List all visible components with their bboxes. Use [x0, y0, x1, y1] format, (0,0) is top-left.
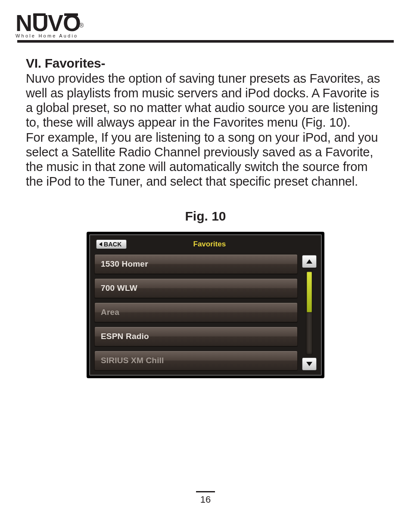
screen-title: Favorites	[132, 240, 287, 249]
section-heading: VI. Favorites-	[26, 56, 105, 70]
scroll-up-button[interactable]	[302, 255, 317, 268]
list-item[interactable]: ESPN Radio	[94, 327, 298, 346]
back-button-label: BACK	[104, 241, 122, 248]
list-item[interactable]: 700 WLW	[94, 278, 298, 298]
paragraph-2: For example, If you are listening to a s…	[26, 130, 385, 189]
triangle-down-icon	[306, 362, 312, 366]
title-bar: BACK Favorites	[94, 235, 317, 252]
brand-logo: N U V O ® Whole Home Audio	[16, 12, 394, 38]
brand-wordmark: N U V O ®	[16, 12, 394, 34]
device-screen: BACK Favorites 1530 Homer700 WLWAreaESPN…	[87, 232, 324, 378]
logo-letter-n: N	[16, 12, 32, 34]
favorites-list: 1530 Homer700 WLWAreaESPN RadioSIRIUS XM…	[94, 254, 298, 370]
figure-10: BACK Favorites 1530 Homer700 WLWAreaESPN…	[26, 232, 385, 378]
scroll-track[interactable]	[306, 271, 313, 355]
triangle-up-icon	[306, 259, 312, 264]
chevron-left-icon	[99, 242, 102, 246]
body-text: VI. Favorites- Nuvo provides the option …	[17, 43, 394, 378]
scrollbar	[302, 254, 317, 370]
list-item[interactable]: SIRIUS XM Chill	[94, 351, 298, 370]
scroll-down-button[interactable]	[302, 358, 317, 370]
page-number-rule	[196, 491, 215, 492]
logo-letter-v: V	[48, 12, 63, 34]
page-footer: 16	[0, 491, 411, 505]
page-number: 16	[200, 494, 211, 505]
registered-mark: ®	[79, 23, 83, 28]
list-item[interactable]: 1530 Homer	[94, 254, 298, 274]
scroll-thumb[interactable]	[307, 272, 312, 312]
paragraph-1: Nuvo provides the option of saving tuner…	[26, 71, 385, 130]
logo-letter-o: O	[63, 12, 80, 34]
list-item[interactable]: Area	[94, 302, 298, 322]
back-button[interactable]: BACK	[96, 240, 127, 249]
figure-caption: Fig. 10	[26, 208, 385, 224]
logo-letter-u: U	[32, 12, 48, 34]
